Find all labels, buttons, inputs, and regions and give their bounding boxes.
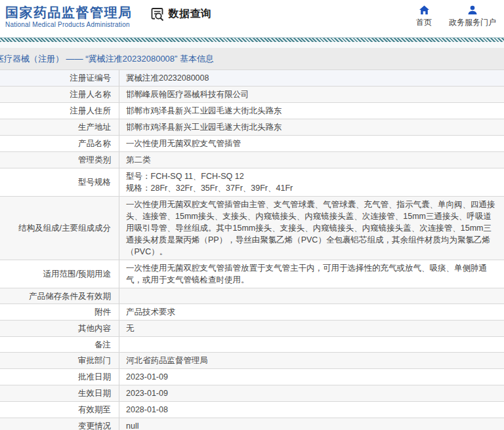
row-label: 注册人名称 <box>0 87 119 102</box>
table-row: 审批部门 河北省药品监督管理局 <box>0 353 504 369</box>
row-label: 有效期至 <box>0 402 119 418</box>
table-row: 型号规格 型号：FCH-SQ 11、FCH-SQ 12 规格：28Fr、32Fr… <box>0 168 504 197</box>
logo-title: 国家药品监督管理局 <box>5 5 133 20</box>
table-row: 注册人住所 邯郸市鸡泽县新兴工业园毛遂大街北头路东 <box>0 103 504 119</box>
data-query-icon <box>150 7 165 22</box>
row-label: 附件 <box>0 304 119 320</box>
table-row: 注册证编号 冀械注准20232080008 <box>0 70 504 87</box>
table-row: 变更情况 null <box>0 418 504 430</box>
row-value: 河北省药品监督管理局 <box>119 353 504 368</box>
row-value: 无 <box>119 321 504 336</box>
table-row: 管理类别 第二类 <box>0 152 504 168</box>
data-query-title: 数据查询 <box>169 7 212 21</box>
table-row: 附件 产品技术要求 <box>0 304 504 321</box>
row-label: 管理类别 <box>0 152 119 168</box>
row-label: 其他内容 <box>0 321 119 336</box>
row-value: 邯郸市鸡泽县新兴工业园毛遂大街北头路东 <box>119 103 504 119</box>
table-row: 备注 <box>0 337 504 353</box>
row-label: 变更情况 <box>0 418 119 430</box>
logo-subtitle: National Medical Products Administration <box>5 21 133 29</box>
row-value: 一次性使用无菌双腔支气管插管由主管、支气管球囊、气管球囊、充气管、指示气囊、单向… <box>119 197 504 260</box>
row-label: 生效日期 <box>0 385 119 401</box>
stripe-gap <box>0 42 504 48</box>
nmpa-data-query-page: 国家药品监督管理局 National Medical Products Admi… <box>0 0 504 430</box>
row-value: 一次性使用无菌双腔支气管插管放置于支气管主干内，可用于选择性的充气或放气、吸痰、… <box>119 260 504 288</box>
row-value: 邯郸市鸡泽县新兴工业园毛遂大街北头路东 <box>119 119 504 135</box>
breadcrumb: 医疗器械（注册） —— “冀械注准20232080008” 基本信息 <box>0 53 214 65</box>
row-label: 结构及组成/主要组成成分 <box>0 197 119 260</box>
row-value: 冀械注准20232080008 <box>119 70 504 86</box>
table-row: 生效日期 2023-01-09 <box>0 385 504 402</box>
row-value: 第二类 <box>119 152 504 168</box>
table-row: 注册人名称 邯郸峰辰翰医疗器械科技有限公司 <box>0 87 504 103</box>
table-row: 其他内容 无 <box>0 321 504 337</box>
row-value: 一次性使用无菌双腔支气管插管 <box>119 136 504 151</box>
table-row: 批准日期 2023-01-09 <box>0 369 504 385</box>
row-label: 型号规格 <box>0 168 119 196</box>
user-icon <box>467 5 478 15</box>
row-label: 产品名称 <box>0 136 119 151</box>
breadcrumb-bar: 医疗器械（注册） —— “冀械注准20232080008” 基本信息 <box>0 48 504 69</box>
row-label: 注册证编号 <box>0 70 119 86</box>
row-label: 生产地址 <box>0 119 119 135</box>
table-row: 产品储存条件及有效期 <box>0 288 504 304</box>
row-value: 邯郸峰辰翰医疗器械科技有限公司 <box>119 87 504 102</box>
home-icon <box>419 5 430 15</box>
row-label: 备注 <box>0 337 119 352</box>
row-value: 2023-01-09 <box>119 369 504 385</box>
table-row: 有效期至 2028-01-08 <box>0 402 504 418</box>
row-label: 审批部门 <box>0 353 119 368</box>
row-value: 型号：FCH-SQ 11、FCH-SQ 12 规格：28Fr、32Fr、35Fr… <box>119 168 504 196</box>
nav-gov-portal-label: 政务服务门户 <box>449 17 496 28</box>
table-row: 生产地址 邯郸市鸡泽县新兴工业园毛遂大街北头路东 <box>0 119 504 136</box>
striped-divider <box>0 37 504 42</box>
nav-gov-portal[interactable]: 政务服务门户 <box>449 5 496 28</box>
row-value <box>119 337 504 352</box>
data-query-section[interactable]: 数据查询 <box>150 7 212 22</box>
row-value: null <box>119 418 504 430</box>
row-value: 2023-01-09 <box>119 385 504 401</box>
row-label: 注册人住所 <box>0 103 119 119</box>
nav-home[interactable]: 首页 <box>416 5 432 28</box>
row-label: 适用范围/预期用途 <box>0 260 119 288</box>
row-value: 2028-01-08 <box>119 402 504 418</box>
nav-home-label: 首页 <box>416 17 432 28</box>
row-value <box>119 288 504 303</box>
row-value: 产品技术要求 <box>119 304 504 320</box>
table-row: 产品名称 一次性使用无菌双腔支气管插管 <box>0 136 504 152</box>
table-row: 结构及组成/主要组成成分 一次性使用无菌双腔支气管插管由主管、支气管球囊、气管球… <box>0 197 504 260</box>
table-row: 适用范围/预期用途 一次性使用无菌双腔支气管插管放置于支气管主干内，可用于选择性… <box>0 260 504 288</box>
site-header: 国家药品监督管理局 National Medical Products Admi… <box>0 0 504 37</box>
header-nav: 首页 政务服务门户 <box>416 5 496 28</box>
registration-info-table: 注册证编号 冀械注准20232080008 注册人名称 邯郸峰辰翰医疗器械科技有… <box>0 69 504 430</box>
row-label: 产品储存条件及有效期 <box>0 288 119 303</box>
row-label: 批准日期 <box>0 369 119 385</box>
nmpa-logo[interactable]: 国家药品监督管理局 National Medical Products Admi… <box>5 5 133 29</box>
